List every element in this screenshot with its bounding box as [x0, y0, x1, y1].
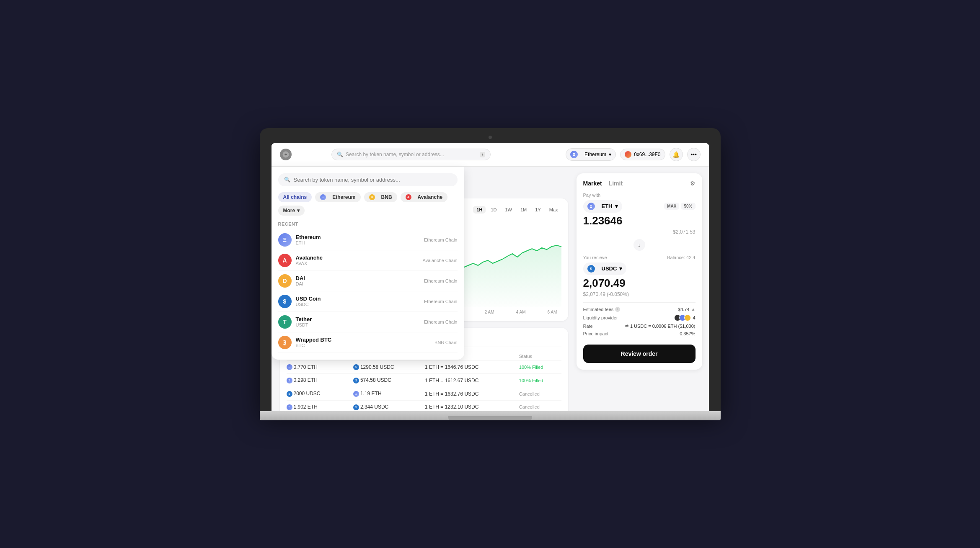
- time-max[interactable]: Max: [546, 206, 561, 214]
- cell-pay: Ξ1.19 ETH: [353, 387, 425, 401]
- all-chains-label: All chains: [283, 194, 307, 200]
- time-1y[interactable]: 1Y: [532, 206, 544, 214]
- rate-value: 1 USDC = 0.0006 ETH ($1,000): [630, 324, 696, 329]
- token-icon-usdc: $: [278, 295, 292, 308]
- order-table: Recieve Pay Rate Status Ξ0.770 ETH $1290…: [287, 352, 561, 411]
- chain-icon: Ξ: [570, 151, 578, 158]
- more-chains-chevron-icon: ▾: [297, 208, 300, 214]
- app-logo[interactable]: [280, 149, 292, 160]
- list-item[interactable]: ₿ Wrapped BTC BTC BNB Chain: [278, 332, 458, 353]
- cell-rate: 1 ETH = 1232.10 USDC: [425, 400, 519, 411]
- cell-receive: $2000 UDSC: [287, 387, 353, 401]
- cell-status: Cancelled: [519, 400, 561, 411]
- table-row: Ξ0.770 ETH $1290.58 USDC 1 ETH = 1646.76…: [287, 360, 561, 374]
- list-item[interactable]: Ξ Ethereum ETH Ethereum Chain: [278, 230, 458, 250]
- bell-icon: 🔔: [672, 151, 680, 158]
- bnb-filter[interactable]: B BNB: [364, 192, 397, 202]
- more-chains-label: More: [283, 208, 295, 214]
- cell-pay: $574.58 USDC: [353, 374, 425, 387]
- fees-expand-icon[interactable]: ▲: [691, 307, 696, 311]
- list-item[interactable]: T Tether USDT Ethereum Chain: [278, 312, 458, 332]
- receive-usd-value: $2,070.49 (-0.050%): [583, 291, 696, 297]
- col-status: Status: [519, 352, 561, 361]
- cell-rate: 1 ETH = 1612.67 USDC: [425, 374, 519, 387]
- token-icon-usdt: T: [278, 315, 292, 329]
- receive-token-row: $ USDC ▾: [583, 262, 696, 275]
- avalanche-filter-label: Avalanche: [418, 194, 443, 200]
- swap-market-tab[interactable]: Market: [583, 180, 602, 187]
- cell-receive: Ξ1.902 ETH: [287, 400, 353, 411]
- eth-filter-icon: Ξ: [320, 194, 326, 200]
- cell-status: Cancelled: [519, 387, 561, 401]
- liquidity-count: 4: [693, 315, 695, 320]
- review-order-button[interactable]: Review order: [583, 345, 696, 363]
- swap-direction-button[interactable]: ↓: [634, 239, 645, 251]
- pay-token-icon: Ξ: [587, 203, 595, 210]
- pay-action-buttons: MAX 50%: [664, 203, 695, 210]
- notifications-button[interactable]: 🔔: [670, 148, 683, 161]
- info-icon: i: [615, 307, 620, 312]
- receive-amount[interactable]: 2,070.49: [583, 277, 696, 290]
- avax-filter-icon: A: [406, 194, 411, 200]
- pay-with-label: Pay with: [583, 193, 696, 198]
- cell-receive: Ξ0.298 ETH: [287, 374, 353, 387]
- cell-status: 100% Filled: [519, 360, 561, 374]
- receive-balance: Balance: 42.4: [667, 255, 695, 260]
- more-menu-button[interactable]: •••: [687, 148, 701, 161]
- dropdown-search-bar[interactable]: 🔍: [278, 173, 458, 186]
- token-info-usdt: Tether USDT: [296, 316, 424, 327]
- liquidity-label: Liquidity provider: [583, 315, 618, 320]
- receive-token-selector[interactable]: $ USDC ▾: [583, 262, 627, 275]
- token-info-eth: Ethereum ETH: [296, 234, 424, 245]
- token-info-usdc: USD Coin USDC: [296, 296, 424, 307]
- all-chains-filter[interactable]: All chains: [278, 192, 312, 202]
- bnb-filter-icon: B: [369, 194, 375, 200]
- recent-label: Recent: [278, 221, 458, 226]
- wallet-avatar: [625, 151, 631, 158]
- bnb-filter-label: BNB: [381, 194, 392, 200]
- settings-icon[interactable]: ⚙: [690, 180, 696, 187]
- top-nav: 🔍 Search by token name, symbol or addres…: [272, 143, 709, 167]
- list-item[interactable]: D DAI DAI Ethereum Chain: [278, 271, 458, 291]
- avalanche-filter[interactable]: A Avalanche: [401, 192, 448, 202]
- dropdown-search-input[interactable]: [294, 177, 452, 183]
- ethereum-filter[interactable]: Ξ Ethereum: [315, 192, 360, 202]
- cell-receive: Ξ0.770 ETH: [287, 360, 353, 374]
- receive-token-label: USDC: [602, 265, 617, 272]
- pay-usd-value: $2,071.53: [583, 229, 696, 235]
- search-placeholder: Search by token name, symbol or address.…: [346, 152, 477, 157]
- receive-header-row: You recieve Balance: 42.4: [583, 255, 696, 262]
- cell-rate: 1 ETH = 1632.76 USDC: [425, 387, 519, 401]
- list-item[interactable]: A Avalanche AVAX Avalanche Chain: [278, 250, 458, 271]
- swap-limit-tab[interactable]: Limit: [609, 180, 623, 187]
- liquidity-icons-row: 4: [674, 314, 695, 321]
- liq-icon-3: [684, 314, 691, 321]
- token-info-avax: Avalanche AVAX: [296, 255, 423, 266]
- estimated-fees-row: Estimated fees i $4.74 ▲: [583, 307, 696, 312]
- table-row: $2000 UDSC Ξ1.19 ETH 1 ETH = 1632.76 USD…: [287, 387, 561, 401]
- pay-token-selector[interactable]: Ξ ETH ▾: [583, 200, 622, 213]
- time-1h[interactable]: 1H: [473, 206, 486, 214]
- swap-panel: Market Limit ⚙ Pay with Ξ ETH ▾: [577, 173, 702, 370]
- rate-label: Rate: [583, 324, 593, 329]
- fifty-percent-button[interactable]: 50%: [681, 203, 695, 210]
- time-1w[interactable]: 1W: [502, 206, 515, 214]
- time-1m[interactable]: 1M: [517, 206, 530, 214]
- token-icon-dai: D: [278, 274, 292, 288]
- time-1d[interactable]: 1D: [487, 206, 500, 214]
- max-button[interactable]: MAX: [664, 203, 679, 210]
- price-impact-label: Price impact: [583, 331, 609, 336]
- pay-amount[interactable]: 1.23646: [583, 214, 696, 227]
- nav-search-bar[interactable]: 🔍 Search by token name, symbol or addres…: [331, 149, 491, 160]
- token-icon-wbtc: ₿: [278, 336, 292, 349]
- pay-token-label: ETH: [602, 203, 613, 209]
- chain-selector[interactable]: Ξ Ethereum ▾: [566, 148, 616, 161]
- wallet-address: 0x69...39F0: [634, 152, 660, 157]
- laptop-camera: [489, 136, 492, 139]
- list-item[interactable]: $ USD Coin USDC Ethereum Chain: [278, 291, 458, 312]
- wallet-button[interactable]: 0x69...39F0: [620, 149, 665, 160]
- cell-rate: 1 ETH = 1646.76 USDC: [425, 360, 519, 374]
- more-chains-filter[interactable]: More ▾: [278, 206, 305, 216]
- main-body: 🔍 All chains Ξ Ethereum: [272, 167, 709, 411]
- estimated-fees-label: Estimated fees i: [583, 307, 621, 312]
